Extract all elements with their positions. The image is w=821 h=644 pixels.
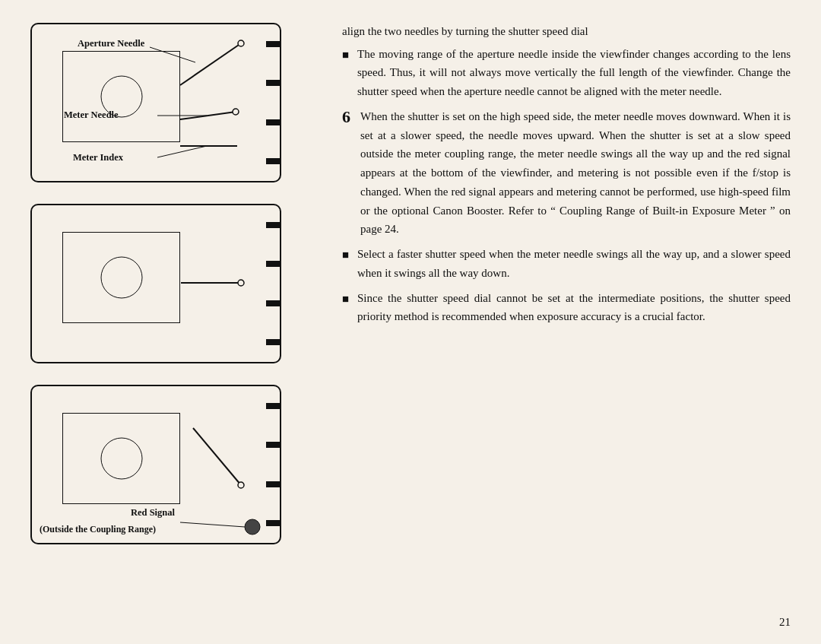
needles-svg-2 [32, 205, 280, 362]
left-panel: Aperture Needle Meter Needle Meter Index [0, 0, 327, 644]
svg-point-12 [245, 519, 260, 535]
aperture-needle-label: Aperture Needle [78, 38, 144, 49]
diagram-3: Red Signal (Outside the Coupling Range) [30, 385, 281, 544]
bullet-1-symbol: ■ [342, 46, 353, 101]
svg-line-5 [150, 47, 195, 62]
svg-line-7 [157, 146, 207, 157]
tick-marks-2 [266, 205, 280, 362]
right-panel: align the two needles by turning the shu… [327, 0, 821, 644]
bullet-1-section: ■ The moving range of the aperture needl… [342, 45, 791, 101]
diagram-2 [30, 204, 281, 363]
bullet-2-symbol: ■ [342, 246, 353, 283]
svg-point-9 [238, 280, 244, 286]
tick-marks-1 [266, 24, 280, 181]
bullet-3-section: ■ Since the shutter speed dial cannot be… [342, 289, 791, 327]
red-signal-label: Red Signal [131, 507, 175, 519]
step-6-section: 6 When the shutter is set on the high sp… [342, 107, 791, 239]
bullet-2-text: Select a faster shutter speed when the m… [357, 245, 791, 283]
bullet-2-section: ■ Select a faster shutter speed when the… [342, 245, 791, 283]
meter-index-label: Meter Index [73, 152, 123, 163]
tick-marks-3 [266, 386, 280, 543]
bullet-1-text: The moving range of the aperture needle … [357, 45, 791, 101]
step-6-text: When the shutter is set on the high spee… [360, 107, 791, 239]
svg-line-0 [180, 43, 241, 85]
svg-point-1 [238, 40, 244, 46]
page-number: 21 [779, 616, 791, 629]
meter-needle-label: Meter Needle [64, 109, 119, 121]
svg-line-10 [193, 428, 241, 485]
step-6-number: 6 [342, 107, 356, 239]
diagram-1: Aperture Needle Meter Needle Meter Index [30, 23, 281, 182]
needles-svg-3 [32, 386, 280, 543]
bullet-3-symbol: ■ [342, 290, 353, 327]
bullet-3-text: Since the shutter speed dial cannot be s… [357, 289, 791, 327]
intro-text: align the two needles by turning the shu… [342, 23, 791, 40]
needles-svg-1 [32, 24, 280, 181]
coupling-range-label: (Outside the Coupling Range) [40, 524, 156, 535]
svg-point-11 [238, 482, 244, 488]
svg-point-3 [233, 109, 239, 115]
